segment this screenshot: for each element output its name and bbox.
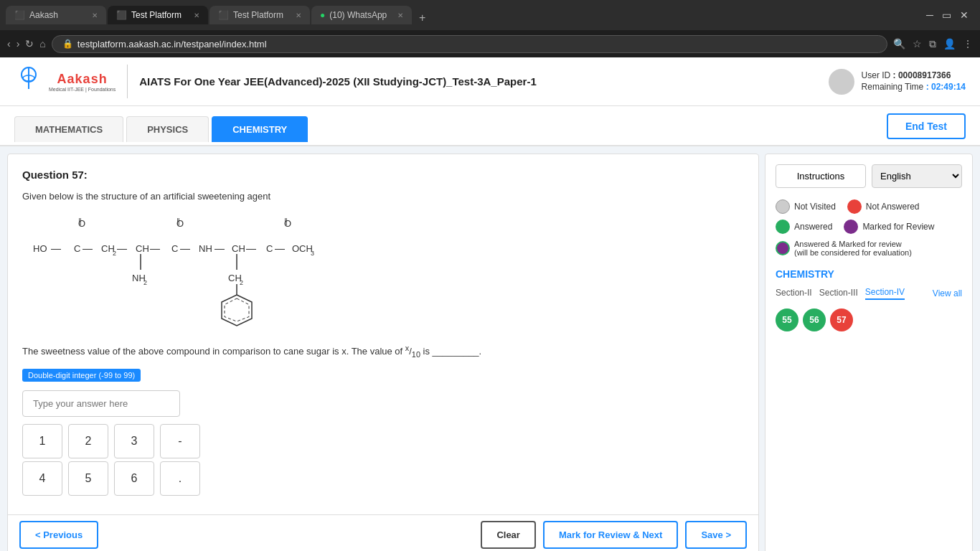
tab-physics[interactable]: PHYSICS — [126, 116, 209, 142]
not-answered-label: Not Answered — [866, 202, 920, 212]
instructions-button[interactable]: Instructions — [776, 164, 866, 188]
tab-close-tp1[interactable]: ✕ — [194, 11, 199, 19]
previous-button[interactable]: < Previous — [19, 521, 98, 549]
svg-text:—: — — [246, 242, 256, 254]
svg-text:—: — — [215, 242, 225, 254]
legend-marked-review: Marked for Review — [844, 220, 934, 234]
minimize-icon[interactable]: ─ — [926, 9, 933, 21]
end-test-button[interactable]: End Test — [887, 113, 966, 139]
tab-whatsapp[interactable]: ● (10) WhatsApp ✕ — [311, 6, 412, 24]
svg-text:CH: CH — [232, 243, 245, 254]
svg-text:CH: CH — [136, 243, 149, 254]
logo-sub-text: Medical IIT-JEE | Foundations — [49, 87, 116, 92]
tab-label-wa: (10) WhatsApp — [329, 10, 387, 20]
section-iii-tab[interactable]: Section-III — [819, 288, 858, 299]
tab-mathematics[interactable]: MATHEMATICS — [14, 116, 123, 142]
svg-text:HO: HO — [33, 243, 47, 254]
svg-text:3: 3 — [311, 250, 314, 257]
svg-text:2: 2 — [240, 279, 243, 286]
svg-text:‖: ‖ — [176, 217, 180, 225]
legend-answered-marked: Answered & Marked for review(will be con… — [776, 240, 912, 257]
answer-input[interactable] — [22, 390, 180, 417]
user-id-value: : 00008917366 — [893, 70, 951, 80]
logo-text: Aakash Medical IIT-JEE | Foundations — [49, 72, 116, 92]
key-1[interactable]: 1 — [22, 424, 62, 458]
app-header: Aakash Medical IIT-JEE | Foundations AIA… — [0, 57, 980, 106]
tab-close-wa[interactable]: ✕ — [397, 11, 403, 19]
action-bar: < Previous Clear Mark for Review & Next … — [8, 514, 758, 551]
tab-aakash[interactable]: ⬛ Aakash ✕ — [6, 6, 106, 24]
tab-close-tp2[interactable]: ✕ — [296, 11, 301, 19]
tab-label-tp2: Test Platform — [233, 10, 283, 20]
svg-text:OCH: OCH — [292, 243, 313, 254]
zoom-icon[interactable]: 🔍 — [893, 38, 905, 50]
q-56[interactable]: 56 — [803, 309, 826, 331]
menu-icon[interactable]: ⋮ — [963, 38, 973, 50]
close-icon[interactable]: ✕ — [960, 9, 969, 21]
clear-button[interactable]: Clear — [481, 521, 536, 549]
tab-label-tp1: Test Platform — [131, 10, 182, 20]
address-input-box[interactable]: 🔒 testplatform.aakash.ac.in/testpanel/in… — [52, 35, 887, 53]
language-select[interactable]: English — [872, 164, 962, 188]
svg-text:—: — — [275, 242, 285, 254]
svg-text:C: C — [266, 243, 273, 254]
key-2[interactable]: 2 — [68, 424, 108, 458]
svg-text:NH: NH — [199, 243, 212, 254]
tab-icon-wa: ● — [320, 10, 325, 20]
restore-icon[interactable]: ▭ — [942, 9, 951, 21]
back-button[interactable]: ‹ — [7, 38, 11, 50]
save-button[interactable]: Save > — [685, 521, 747, 549]
profile-icon[interactable]: 👤 — [943, 38, 956, 50]
user-avatar — [829, 69, 854, 95]
section-tabs: Section-II Section-III Section-IV View a… — [776, 287, 962, 300]
legend-answered: Answered — [776, 220, 832, 234]
svg-text:—: — — [83, 242, 93, 254]
q-55[interactable]: 55 — [776, 309, 798, 331]
not-visited-label: Not Visited — [794, 202, 836, 212]
bookmark-icon[interactable]: ☆ — [913, 38, 922, 50]
fraction-denominator: 10 — [412, 349, 420, 358]
section-iv-tab[interactable]: Section-IV — [865, 287, 905, 300]
logo-area: Aakash Medical IIT-JEE | Foundations — [14, 65, 128, 98]
legend-row-3: Answered & Marked for review(will be con… — [776, 240, 962, 257]
question-panel: Question 57: Given below is the structur… — [7, 154, 759, 551]
tab-testplatform1[interactable]: ⬛ Test Platform ✕ — [108, 6, 208, 24]
browser-icons: 🔍 ☆ ⧉ 👤 ⋮ — [893, 38, 973, 50]
url-text: testplatform.aakash.ac.in/testpanel/inde… — [77, 39, 267, 50]
forward-button[interactable]: › — [17, 38, 20, 50]
main-content: Question 57: Given below is the structur… — [0, 146, 980, 551]
home-button[interactable]: ⌂ — [39, 38, 45, 50]
question-text: Given below is the structure of an artif… — [22, 189, 744, 204]
key-6[interactable]: 6 — [114, 461, 154, 496]
svg-text:—: — — [150, 242, 160, 254]
svg-text:—: — — [117, 242, 127, 254]
key-5[interactable]: 5 — [68, 461, 108, 496]
view-all-link[interactable]: View all — [933, 288, 962, 298]
legend-not-visited: Not Visited — [776, 199, 836, 214]
reload-button[interactable]: ↻ — [25, 38, 34, 50]
key-dot[interactable]: . — [160, 461, 200, 496]
legend: Not Visited Not Answered Answered Marked… — [776, 199, 962, 257]
tab-testplatform2[interactable]: ⬛ Test Platform ✕ — [209, 6, 310, 24]
window-controls: ─ ▭ ✕ — [920, 9, 974, 21]
key-4[interactable]: 4 — [22, 461, 62, 496]
section-ii-tab[interactable]: Section-II — [776, 288, 812, 299]
svg-text:—: — — [180, 242, 190, 254]
user-info: User ID : 00008917366 Remaining Time : 0… — [829, 69, 966, 95]
mark-review-button[interactable]: Mark for Review & Next — [543, 521, 679, 549]
key-minus[interactable]: - — [160, 424, 200, 458]
logo-icon — [14, 65, 43, 98]
user-id-label: User ID — [862, 70, 891, 80]
logo-brand-name: Aakash — [57, 72, 108, 87]
key-3[interactable]: 3 — [114, 424, 154, 458]
new-tab-button[interactable]: + — [413, 11, 431, 24]
answered-marked-dot — [776, 241, 790, 255]
tab-chemistry[interactable]: CHEMISTRY — [212, 116, 308, 142]
question-number: Question 57: — [22, 169, 744, 181]
exam-title: AIATS For One Year JEE(Advanced)-2025 (X… — [139, 75, 816, 88]
extensions-icon[interactable]: ⧉ — [929, 38, 936, 50]
tab-close-aakash[interactable]: ✕ — [92, 11, 98, 19]
q-57[interactable]: 57 — [830, 309, 853, 331]
svg-text:—: — — [51, 242, 61, 254]
molecule-structure: O ‖ O ‖ O ‖ HO — C — CH 2 — — [29, 212, 744, 336]
